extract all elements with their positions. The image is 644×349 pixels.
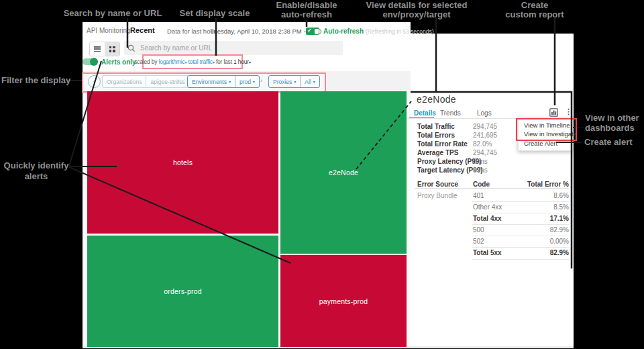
code-cell: 500 bbox=[473, 226, 484, 234]
environment-value-dropdown[interactable]: prod▾ bbox=[235, 76, 259, 87]
stat-label: Total Error Rate bbox=[417, 140, 468, 148]
pct-cell: 17.1% bbox=[510, 215, 569, 222]
pct-cell: 8.5% bbox=[510, 203, 569, 211]
view-mode-toggle bbox=[89, 42, 120, 56]
chevron-down-icon: ▾ bbox=[253, 79, 255, 84]
auto-refresh-toggle[interactable]: ✓ bbox=[306, 28, 319, 35]
annotation-dashboards: View in otherdashboards bbox=[585, 113, 644, 133]
stat-label: Total Traffic bbox=[417, 123, 455, 130]
tab-details[interactable]: Details bbox=[414, 109, 436, 117]
timestamp: Tuesday, April 10, 2018 2:38 PM -04:00 bbox=[210, 28, 321, 35]
chevron-down-icon: ▾ bbox=[229, 79, 231, 84]
treemap-tile-payments-prod[interactable]: payments-prod bbox=[280, 255, 407, 347]
chevron-left-icon: ‹ bbox=[93, 78, 95, 85]
create-report-icon[interactable] bbox=[549, 108, 558, 117]
environments-dropdown[interactable]: Environments▾ bbox=[188, 76, 235, 87]
proxies-dropdown[interactable]: Proxies▾ bbox=[269, 76, 300, 87]
row-divider bbox=[472, 201, 569, 202]
display-scale-controls: scaled by logarithmic▾ total traffic▾ fo… bbox=[142, 54, 243, 69]
chevron-down-icon: ▾ bbox=[313, 79, 315, 84]
col-code: Code bbox=[473, 181, 490, 188]
for-last-label: for last bbox=[216, 58, 232, 65]
alerts-only-label: Alerts only bbox=[101, 58, 136, 66]
scale-mode-dropdown[interactable]: logarithmic bbox=[159, 58, 185, 65]
panel-title: e2eNode bbox=[417, 94, 456, 105]
data-window-label: Data for last hour bbox=[167, 28, 216, 35]
code-cell: 401 bbox=[473, 192, 484, 199]
pct-cell: 82.9% bbox=[510, 249, 569, 256]
grid-view-button[interactable] bbox=[105, 42, 119, 56]
treemap-tile-orders-prod[interactable]: orders-prod bbox=[87, 236, 278, 347]
stat-value: 294,745 bbox=[473, 123, 497, 130]
tile-label: orders-prod bbox=[164, 287, 201, 295]
pct-cell: 82.9% bbox=[510, 226, 569, 234]
row-divider bbox=[472, 224, 569, 225]
proxies-value-dropdown[interactable]: All▾ bbox=[301, 76, 319, 87]
col-error-source: Error Source bbox=[417, 181, 458, 188]
list-icon bbox=[94, 46, 101, 52]
alerts-only-toggle[interactable] bbox=[83, 58, 98, 65]
page-title: Recent bbox=[130, 26, 155, 34]
stat-value: 0 ms bbox=[473, 158, 488, 165]
chevron-down-icon: ▾ bbox=[294, 79, 296, 84]
app-title: API Monitoring bbox=[87, 27, 131, 34]
chevron-down-icon: ▾ bbox=[249, 60, 251, 64]
organization-chip: Organizations apigee-stress bbox=[102, 75, 189, 88]
organizations-label: Organizations bbox=[103, 76, 146, 87]
back-button[interactable]: ‹ bbox=[88, 75, 101, 88]
tab-trends[interactable]: Trends bbox=[440, 109, 461, 117]
auto-refresh-label: Auto-refresh bbox=[323, 28, 364, 35]
grid-icon bbox=[109, 46, 115, 52]
code-cell: Other 4xx bbox=[473, 203, 502, 211]
tab-logs[interactable]: Logs bbox=[477, 109, 492, 117]
annotation-details: View details for selectedenv/proxy/targe… bbox=[350, 1, 484, 19]
code-cell: Total 5xx bbox=[473, 249, 502, 256]
tile-label: hotels bbox=[173, 158, 193, 166]
row-divider bbox=[472, 247, 569, 248]
pct-cell: 0.00% bbox=[510, 238, 569, 245]
stat-label: Total Errors bbox=[417, 132, 455, 139]
error-source-cell: Proxy Bundle bbox=[417, 192, 457, 199]
app-window-right bbox=[407, 34, 574, 348]
chevron-icon: › bbox=[260, 77, 262, 84]
chevron-down-icon: ▾ bbox=[184, 60, 186, 64]
time-range-dropdown[interactable]: 1 hour bbox=[233, 58, 249, 65]
metric-dropdown[interactable]: total traffic bbox=[188, 58, 212, 65]
stat-label: Average TPS bbox=[417, 149, 458, 156]
annotation-create-alert: Create alert bbox=[584, 138, 633, 147]
treemap-tile-e2enode[interactable]: e2eNode bbox=[280, 91, 407, 254]
search-input[interactable] bbox=[139, 44, 329, 52]
stat-label: Proxy Latency (P99) bbox=[417, 158, 482, 165]
stat-value: 82.0% bbox=[473, 140, 492, 148]
annotation-report: Createcustom report bbox=[494, 1, 575, 19]
pct-cell: 8.6% bbox=[510, 192, 569, 199]
toggle-knob bbox=[315, 29, 319, 34]
organization-value[interactable]: apigee-stress bbox=[146, 76, 189, 87]
code-cell: 502 bbox=[473, 238, 484, 245]
toggle-knob bbox=[90, 58, 98, 66]
search-field[interactable] bbox=[124, 41, 343, 55]
table-header-divider bbox=[415, 188, 569, 189]
list-view-button[interactable] bbox=[90, 42, 105, 56]
chevron-icon: › bbox=[177, 77, 179, 84]
check-icon: ✓ bbox=[307, 28, 312, 34]
chevron-down-icon: ▾ bbox=[213, 60, 215, 64]
tile-label: payments-prod bbox=[319, 297, 368, 305]
treemap-tile-hotels[interactable]: hotels bbox=[87, 91, 278, 234]
row-divider bbox=[472, 236, 569, 236]
stat-value: 0 ms bbox=[473, 166, 488, 174]
scaled-by-label: scaled by bbox=[134, 58, 157, 65]
breadcrumb-chevron-icon: › bbox=[125, 27, 127, 34]
annotation-alerts: Quickly identifyalerts bbox=[3, 160, 69, 182]
col-total-error-pct: Total Error % bbox=[510, 181, 569, 188]
tile-label: e2eNode bbox=[329, 168, 358, 177]
more-menu-icon[interactable]: ⋮ bbox=[565, 107, 572, 116]
proxies-chip: Proxies▾ All▾ bbox=[268, 75, 320, 88]
code-cell: Total 4xx bbox=[473, 215, 502, 222]
menu-highlight-box bbox=[516, 118, 577, 141]
environment-chip: Environments▾ prod▾ bbox=[187, 75, 260, 88]
stat-value: 294,745 bbox=[473, 149, 497, 156]
annotation-autorefresh: Enable/disableauto-refresh bbox=[253, 1, 360, 19]
annotation-filter: Filter the display bbox=[1, 76, 66, 85]
row-divider bbox=[472, 259, 569, 260]
